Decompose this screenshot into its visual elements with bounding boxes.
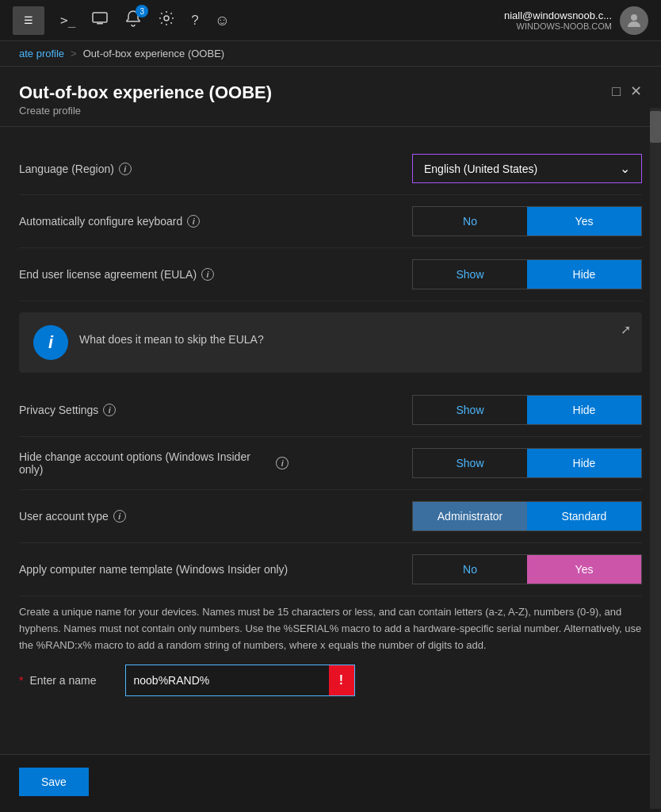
info-box-text: What does it mean to skip the EULA? xyxy=(79,325,264,348)
name-input-label: Enter a name xyxy=(29,674,96,687)
user-email: niall@windowsnoob.c... xyxy=(504,10,612,21)
hide-account-info-icon[interactable]: i xyxy=(276,457,288,469)
name-input-row: * Enter a name ! xyxy=(19,665,642,696)
breadcrumb: ate profile > Out-of-box experience (OOB… xyxy=(0,41,661,67)
eula-row: End user license agreement (EULA) i Show… xyxy=(19,248,642,301)
user-account-label: User account type i xyxy=(19,510,126,523)
computer-name-yes-button[interactable]: Yes xyxy=(527,555,641,584)
keyboard-label: Automatically configure keyboard i xyxy=(19,215,200,228)
keyboard-toggle-group: No Yes xyxy=(412,206,642,236)
topbar-right: niall@windowsnoob.c... WINDOWS-NOOB.COM xyxy=(504,6,648,35)
avatar[interactable] xyxy=(620,6,648,35)
minimize-button[interactable]: □ xyxy=(612,83,621,100)
user-account-info-icon[interactable]: i xyxy=(113,510,126,523)
eula-show-button[interactable]: Show xyxy=(413,260,527,289)
save-button[interactable]: Save xyxy=(19,768,89,796)
device-icon[interactable] xyxy=(91,10,109,31)
hide-account-hide-button[interactable]: Hide xyxy=(527,449,641,477)
eula-info-icon[interactable]: i xyxy=(201,268,214,281)
breadcrumb-parent[interactable]: ate profile xyxy=(19,48,64,59)
computer-name-no-button[interactable]: No xyxy=(413,555,527,584)
hide-account-label: Hide change account options (Windows Ins… xyxy=(19,450,288,476)
panel-title-area: Out-of-box experience (OOBE) Create prof… xyxy=(19,82,272,117)
svg-point-2 xyxy=(164,16,169,21)
name-input-wrapper: ! xyxy=(125,665,355,696)
hide-account-toggle-group: Show Hide xyxy=(412,448,642,478)
language-value: English (United States) xyxy=(424,163,537,175)
user-account-row: User account type i Administrator Standa… xyxy=(19,490,642,543)
name-input-error-icon: ! xyxy=(329,665,354,695)
svg-rect-1 xyxy=(97,23,103,25)
panel-title: Out-of-box experience (OOBE) xyxy=(19,82,272,103)
eula-external-link-icon[interactable]: ➚ xyxy=(621,322,631,337)
computer-name-label-text: Apply computer name template (Windows In… xyxy=(19,563,288,576)
language-info-icon[interactable]: i xyxy=(119,163,132,175)
language-row: Language (Region) i English (United Stat… xyxy=(19,143,642,195)
administrator-button[interactable]: Administrator xyxy=(413,502,527,530)
close-button[interactable]: ✕ xyxy=(630,82,642,100)
computer-name-row: Apply computer name template (Windows In… xyxy=(19,543,642,596)
hamburger-button[interactable]: ☰ xyxy=(13,6,44,35)
panel-header: Out-of-box experience (OOBE) Create prof… xyxy=(0,67,661,127)
bell-badge: 3 xyxy=(136,5,148,17)
breadcrumb-current: Out-of-box experience (OOBE) xyxy=(83,48,224,59)
panel-header-actions: □ ✕ xyxy=(612,82,642,100)
user-account-toggle-group: Administrator Standard xyxy=(412,501,642,531)
language-dropdown[interactable]: English (United States) ⌄ xyxy=(412,154,642,183)
panel-subtitle: Create profile xyxy=(19,105,272,117)
breadcrumb-separator: > xyxy=(71,48,77,59)
gear-icon[interactable] xyxy=(158,10,175,31)
name-input[interactable] xyxy=(126,667,329,694)
emoji-icon[interactable]: ☺ xyxy=(215,12,230,29)
privacy-row: Privacy Settings i Show Hide xyxy=(19,384,642,437)
computer-name-toggle-group: No Yes xyxy=(412,554,642,584)
hide-account-label-line: Hide change account options (Windows Ins… xyxy=(19,450,288,476)
description-text: Create a unique name for your devices. N… xyxy=(19,604,642,653)
user-domain: WINDOWS-NOOB.COM xyxy=(504,21,612,31)
scrollbar-thumb[interactable] xyxy=(650,111,661,143)
hide-account-show-button[interactable]: Show xyxy=(413,449,527,477)
eula-hide-button[interactable]: Hide xyxy=(527,260,641,289)
terminal-icon[interactable]: >_ xyxy=(60,13,75,28)
privacy-info-icon[interactable]: i xyxy=(103,404,116,416)
dropdown-arrow-icon: ⌄ xyxy=(620,161,630,176)
standard-button[interactable]: Standard xyxy=(527,502,641,530)
language-label: Language (Region) i xyxy=(19,163,132,175)
hide-account-row: Hide change account options (Windows Ins… xyxy=(19,437,642,490)
svg-rect-0 xyxy=(93,13,107,22)
privacy-label: Privacy Settings i xyxy=(19,404,116,416)
info-box-icon: i xyxy=(33,325,68,360)
topbar: ☰ >_ 3 ? ☺ niall@windowsnoob.c... WINDOW… xyxy=(0,0,661,41)
scrollbar-track[interactable] xyxy=(650,108,661,809)
form-content: Language (Region) i English (United Stat… xyxy=(0,127,661,754)
eula-info-box: i What does it mean to skip the EULA? ➚ xyxy=(19,312,642,373)
bell-icon[interactable]: 3 xyxy=(124,10,142,31)
keyboard-no-button[interactable]: No xyxy=(413,207,527,236)
svg-point-3 xyxy=(631,14,637,21)
privacy-toggle-group: Show Hide xyxy=(412,395,642,425)
keyboard-row: Automatically configure keyboard i No Ye… xyxy=(19,195,642,248)
footer: Save xyxy=(0,754,661,809)
help-icon[interactable]: ? xyxy=(191,13,198,29)
topbar-left: ☰ >_ 3 ? ☺ xyxy=(13,6,230,35)
eula-toggle-group: Show Hide xyxy=(412,259,642,289)
user-info: niall@windowsnoob.c... WINDOWS-NOOB.COM xyxy=(504,10,612,31)
keyboard-yes-button[interactable]: Yes xyxy=(527,207,641,236)
panel-wrapper: Out-of-box experience (OOBE) Create prof… xyxy=(0,67,661,809)
eula-label: End user license agreement (EULA) i xyxy=(19,268,214,281)
privacy-show-button[interactable]: Show xyxy=(413,396,527,424)
computer-name-label: Apply computer name template (Windows In… xyxy=(19,563,288,576)
main-panel: Out-of-box experience (OOBE) Create prof… xyxy=(0,67,661,809)
required-star: * xyxy=(19,674,23,687)
keyboard-info-icon[interactable]: i xyxy=(187,215,200,228)
privacy-hide-button[interactable]: Hide xyxy=(527,396,641,424)
